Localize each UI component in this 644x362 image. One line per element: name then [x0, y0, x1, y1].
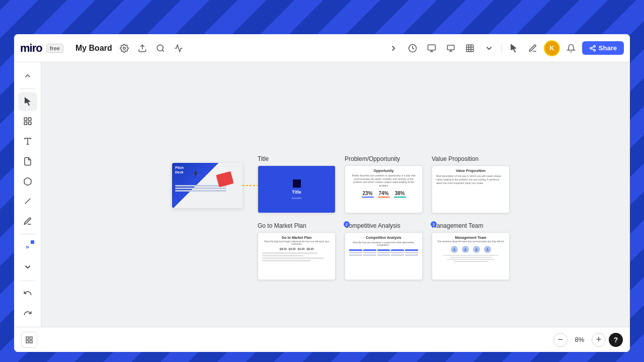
gtm-slide-card[interactable]: Go to Market Plan Go to Market Plan Show…	[258, 222, 336, 280]
mgmt-line-2	[450, 257, 491, 258]
mgmt-title: Management Team	[436, 236, 505, 239]
value-slide-card[interactable]: Value Proposition Value Proposition Brie…	[432, 155, 510, 213]
title-slide-thumb[interactable]: Title Subtitle	[258, 165, 336, 213]
comp-h5	[405, 249, 418, 251]
gtm-title: Go to Market Plan	[262, 236, 331, 239]
svg-line-23	[25, 199, 30, 204]
opp-stat-num-3: 38%	[394, 191, 405, 196]
svg-rect-5	[428, 45, 435, 50]
svg-point-16	[594, 49, 596, 51]
problem-slide-card[interactable]: Problem/Opportunity Opportunity Briefly …	[345, 155, 423, 213]
opp-text: Briefly describe your problem or opportu…	[349, 174, 418, 187]
gtm-q3: Q1-23	[298, 247, 305, 250]
val-title: Value Proposition	[436, 169, 505, 172]
grid-view-button[interactable]	[21, 332, 37, 348]
mgmt-line-1	[443, 255, 499, 256]
presentation-button[interactable]	[443, 40, 459, 56]
canvas-area[interactable]: Pitch Deck	[41, 62, 630, 327]
comp-c7	[363, 254, 376, 256]
notifications-button[interactable]	[563, 40, 579, 56]
opp-stat-num-1: 23%	[362, 191, 372, 196]
competitive-slide-thumb[interactable]: Competitive Analysis Describe how your b…	[345, 232, 423, 280]
table-button[interactable]	[462, 40, 478, 56]
svg-point-27	[475, 248, 477, 249]
avatar[interactable]: K	[544, 40, 560, 56]
gtm-slide-label: Go to Market Plan	[258, 222, 336, 229]
comp-c5	[405, 252, 418, 253]
comp-h2	[363, 249, 376, 251]
redo-button[interactable]	[18, 304, 37, 323]
zoom-in-button[interactable]: +	[592, 333, 606, 347]
tool-separator-2	[20, 234, 35, 234]
screen-share-button[interactable]	[424, 40, 440, 56]
title-slide-card[interactable]: Title Title Subtitle	[258, 155, 336, 213]
title-slide-text: Title	[292, 190, 301, 195]
export-button[interactable]	[134, 40, 150, 56]
svg-rect-30	[30, 337, 32, 339]
svg-point-26	[464, 248, 466, 249]
zoom-level: 8%	[571, 336, 589, 343]
line-tool-button[interactable]	[18, 192, 37, 211]
value-slide-label: Value Proposition	[432, 155, 510, 162]
share-button[interactable]: Share	[582, 41, 624, 55]
slides-row-1: Title Title Subtitle Problem/Opportunity	[258, 155, 510, 213]
management-slide-card[interactable]: Management Team Management Team One sent…	[432, 222, 510, 280]
gtm-line-4	[262, 260, 310, 261]
mgmt-avatar-3	[473, 246, 480, 253]
board-name[interactable]: My Board	[75, 44, 112, 53]
gtm-q2: Q4-22	[289, 247, 296, 250]
opp-stats: 23% 74% 38%	[349, 191, 418, 198]
management-slide-content: Management Team One sentence about the t…	[432, 233, 509, 280]
competitive-slide-content: Competitive Analysis Describe how your b…	[345, 233, 422, 280]
opp-stat-1: 23%	[362, 191, 374, 198]
frames-tool-button[interactable]	[18, 112, 37, 131]
gtm-q1: Q3-22	[280, 247, 287, 250]
select-tool-button[interactable]	[18, 92, 37, 111]
text-tool-button[interactable]	[18, 132, 37, 151]
search-button[interactable]	[152, 40, 169, 56]
cursor-button[interactable]	[506, 40, 522, 56]
gtm-line-1	[262, 252, 317, 254]
sticky-note-tool-button[interactable]	[18, 152, 37, 171]
comp-c1	[349, 252, 362, 253]
undo-button[interactable]	[18, 284, 37, 303]
opp-stat-line-1	[362, 197, 374, 198]
logo-area: miro free	[20, 42, 63, 55]
svg-rect-22	[28, 122, 31, 125]
arrow-right-button[interactable]	[385, 40, 401, 56]
svg-rect-6	[447, 45, 454, 50]
problem-slide-thumb[interactable]: Opportunity Briefly describe your proble…	[345, 165, 423, 213]
settings-button[interactable]	[116, 40, 132, 56]
comp-h4	[391, 249, 404, 251]
timer-button[interactable]	[171, 40, 187, 56]
more-options-button[interactable]	[481, 40, 497, 56]
collapse-tool-button[interactable]	[18, 66, 37, 85]
svg-rect-19	[24, 118, 27, 121]
zoom-out-button[interactable]: −	[553, 333, 568, 347]
marker-button[interactable]	[525, 40, 541, 56]
help-button[interactable]: ?	[609, 333, 623, 347]
expand-tools-button[interactable]	[18, 257, 37, 277]
timer-circle-button[interactable]	[405, 40, 421, 56]
competitive-slide-label: Competitive Analysis	[345, 222, 423, 229]
management-slide-thumb[interactable]: Management Team One sentence about the t…	[432, 232, 510, 280]
shapes-tool-button[interactable]	[18, 172, 37, 191]
svg-rect-21	[24, 122, 27, 125]
share-label: Share	[599, 44, 617, 52]
opp-stat-line-2	[378, 197, 390, 198]
gtm-slide-thumb[interactable]: Go to Market Plan Show the high-level ta…	[258, 232, 336, 280]
tool-separator-3	[20, 281, 35, 281]
pen-tool-button[interactable]	[18, 212, 37, 231]
competitive-slide-wrapper: 2 Competitive Analysis Competitive Analy…	[345, 222, 423, 280]
pitch-deck-label: Pitch	[175, 166, 239, 170]
gtm-sub: Show the high-level target milestones fo…	[262, 240, 331, 245]
competitive-slide-card[interactable]: Competitive Analysis Competitive Analysi…	[345, 222, 423, 280]
value-slide-thumb[interactable]: Value Proposition Brief description of t…	[432, 165, 510, 213]
pitch-deck-thumbnail[interactable]: Pitch Deck	[172, 163, 243, 208]
slides-row-2: Go to Market Plan Go to Market Plan Show…	[258, 222, 510, 280]
competitive-badge: 2	[344, 221, 350, 227]
more-tools-button[interactable]: »	[18, 237, 37, 256]
svg-rect-9	[466, 45, 473, 52]
problem-slide-label: Problem/Opportunity	[345, 155, 423, 162]
gtm-q4: Q2-23	[306, 247, 313, 250]
